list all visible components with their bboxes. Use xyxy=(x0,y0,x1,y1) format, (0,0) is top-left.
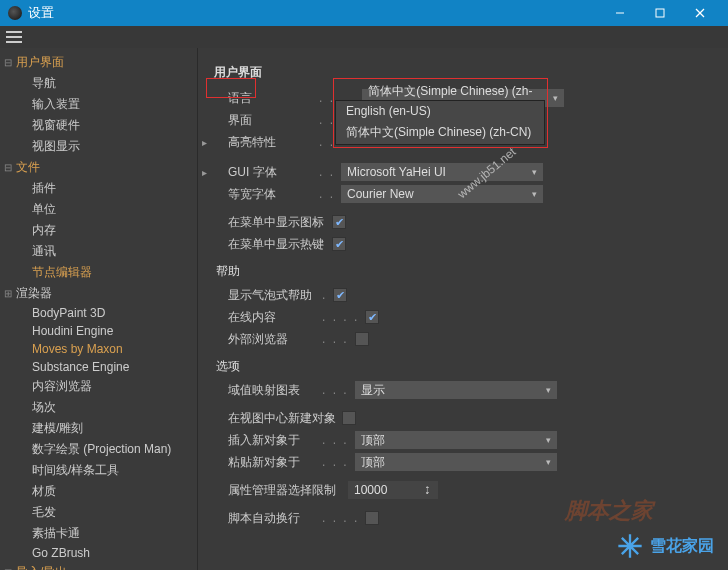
row-new-in-view: 在视图中心新建对象 xyxy=(214,407,712,429)
sidebar-item[interactable]: 导航 xyxy=(0,73,197,94)
chevron-down-icon: ▾ xyxy=(532,189,537,199)
label-new-in-view: 在视图中心新建对象 xyxy=(214,410,342,427)
label-show-icons: 在菜单中显示图标 xyxy=(214,214,332,231)
svg-rect-1 xyxy=(656,9,664,17)
sidebar-item[interactable]: ⊞渲染器 xyxy=(0,283,197,304)
label-bubble: 显示气泡式帮助 xyxy=(214,287,322,304)
label-attr-limit: 属性管理器选择限制 xyxy=(214,482,348,499)
close-button[interactable] xyxy=(680,0,720,26)
dropdown-gui-font[interactable]: Microsoft YaHei UI ▾ xyxy=(341,163,543,181)
label-show-hotkeys: 在菜单中显示热键 xyxy=(214,236,332,253)
row-online: 在线内容 . . . . ✔ xyxy=(214,306,712,328)
sidebar-item[interactable]: 视图显示 xyxy=(0,136,197,157)
sidebar-item[interactable]: 材质 xyxy=(0,481,197,502)
checkbox-online[interactable]: ✔ xyxy=(365,310,379,324)
dropdown-paste-at[interactable]: 顶部 ▾ xyxy=(355,453,557,471)
label-script-wrap: 脚本自动换行 xyxy=(214,510,322,527)
dropdown-mono-font[interactable]: Courier New ▾ xyxy=(341,185,543,203)
sidebar-item[interactable]: Go ZBrush xyxy=(0,544,197,562)
label-gui-font: ▸ GUI 字体 xyxy=(214,164,319,181)
row-paste-at: 粘贴新对象于 . . . 顶部 ▾ xyxy=(214,451,712,473)
dropdown-option[interactable]: English (en-US) xyxy=(336,101,544,121)
main-area: ⊟用户界面导航输入装置视窗硬件视图显示⊟文件插件单位内存通讯节点编辑器⊞渲染器B… xyxy=(0,48,728,570)
dropdown-mono-font-value: Courier New xyxy=(347,187,414,201)
label-online: 在线内容 xyxy=(214,309,322,326)
sidebar-item[interactable]: BodyPaint 3D xyxy=(0,304,197,322)
sidebar-item[interactable]: Moves by Maxon xyxy=(0,340,197,358)
sidebar-item[interactable]: 场次 xyxy=(0,397,197,418)
label-insert-at: 插入新对象于 xyxy=(214,432,322,449)
maximize-button[interactable] xyxy=(640,0,680,26)
chevron-down-icon: ▾ xyxy=(532,167,537,177)
row-show-hotkeys: 在菜单中显示热键 ✔ xyxy=(214,233,712,255)
dropdown-gui-font-value: Microsoft YaHei UI xyxy=(347,165,446,179)
sidebar-item[interactable]: 输入装置 xyxy=(0,94,197,115)
app-icon xyxy=(8,6,22,20)
dots: . . xyxy=(319,135,335,149)
sidebar-item[interactable]: 视窗硬件 xyxy=(0,115,197,136)
chevron-right-icon[interactable]: ▸ xyxy=(202,167,207,178)
row-script-wrap: 脚本自动换行 . . . . xyxy=(214,507,712,529)
window-title: 设置 xyxy=(28,4,600,22)
row-show-icons: 在菜单中显示图标 ✔ xyxy=(214,211,712,233)
sidebar-item[interactable]: 插件 xyxy=(0,178,197,199)
sidebar-item[interactable]: 通讯 xyxy=(0,241,197,262)
sidebar-item[interactable]: Substance Engine xyxy=(0,358,197,376)
label-gamut: 域值映射图表 xyxy=(214,382,322,399)
sidebar-item[interactable]: ⊟文件 xyxy=(0,157,197,178)
label-mono-font: 等宽字体 xyxy=(214,186,319,203)
sidebar-item[interactable]: 节点编辑器 xyxy=(0,262,197,283)
row-bubble: 显示气泡式帮助 . ✔ xyxy=(214,284,712,306)
checkbox-external[interactable] xyxy=(355,332,369,346)
menubar xyxy=(0,26,728,48)
dropdown-insert-at[interactable]: 顶部 ▾ xyxy=(355,431,557,449)
sidebar-item[interactable]: 建模/雕刻 xyxy=(0,418,197,439)
checkbox-script-wrap[interactable] xyxy=(365,511,379,525)
sidebar-item[interactable]: 单位 xyxy=(0,199,197,220)
chevron-down-icon: ▾ xyxy=(553,93,558,103)
sidebar-item[interactable]: 素描卡通 xyxy=(0,523,197,544)
sidebar-item[interactable]: 内存 xyxy=(0,220,197,241)
chevron-down-icon: ▾ xyxy=(546,435,551,445)
checkbox-show-hotkeys[interactable]: ✔ xyxy=(332,237,346,251)
stepper-icon: ⭥ xyxy=(423,485,432,495)
row-gamut: 域值映射图表 . . . 显示 ▾ xyxy=(214,379,712,401)
chevron-down-icon: ▾ xyxy=(546,385,551,395)
checkbox-new-in-view[interactable] xyxy=(342,411,356,425)
dropdown-option[interactable]: 简体中文(Simple Chinese) (zh-CN) xyxy=(336,121,544,144)
section-options-title: 选项 xyxy=(216,358,712,375)
chevron-right-icon[interactable]: ▸ xyxy=(202,137,207,148)
sidebar-item[interactable]: ⊞导入/导出 xyxy=(0,562,197,570)
row-mono-font: 等宽字体 . . Courier New ▾ xyxy=(214,183,712,205)
dots: . . xyxy=(319,187,335,201)
minimize-button[interactable] xyxy=(600,0,640,26)
sidebar-item[interactable]: 内容浏览器 xyxy=(0,376,197,397)
section-ui-title: 用户界面 xyxy=(214,64,712,81)
label-paste-at: 粘贴新对象于 xyxy=(214,454,322,471)
window-controls xyxy=(600,0,720,26)
row-insert-at: 插入新对象于 . . . 顶部 ▾ xyxy=(214,429,712,451)
label-interface: 界面 xyxy=(214,112,319,129)
checkbox-show-icons[interactable]: ✔ xyxy=(332,215,346,229)
label-external: 外部浏览器 xyxy=(214,331,322,348)
dots: . . xyxy=(319,165,335,179)
checkbox-bubble[interactable]: ✔ xyxy=(333,288,347,302)
row-gui-font: ▸ GUI 字体 . . Microsoft YaHei UI ▾ xyxy=(214,161,712,183)
label-language: 语言 xyxy=(214,90,319,107)
label-highlight: ▸ 高亮特性 xyxy=(214,134,319,151)
sidebar-item[interactable]: 数字绘景 (Projection Man) xyxy=(0,439,197,460)
dropdown-language-list[interactable]: English (en-US) 简体中文(Simple Chinese) (zh… xyxy=(335,100,545,145)
sidebar-item[interactable]: 时间线/样条工具 xyxy=(0,460,197,481)
hamburger-icon[interactable] xyxy=(6,31,22,43)
chevron-down-icon: ▾ xyxy=(546,457,551,467)
sidebar-item[interactable]: Houdini Engine xyxy=(0,322,197,340)
sidebar-item[interactable]: 毛发 xyxy=(0,502,197,523)
input-attr-limit[interactable]: 10000 ⭥ xyxy=(348,481,438,499)
sidebar-item[interactable]: ⊟用户界面 xyxy=(0,52,197,73)
dropdown-gamut[interactable]: 显示 ▾ xyxy=(355,381,557,399)
sidebar[interactable]: ⊟用户界面导航输入装置视窗硬件视图显示⊟文件插件单位内存通讯节点编辑器⊞渲染器B… xyxy=(0,48,198,570)
row-attr-limit: 属性管理器选择限制 10000 ⭥ xyxy=(214,479,712,501)
titlebar: 设置 xyxy=(0,0,728,26)
section-help-title: 帮助 xyxy=(216,263,712,280)
content-panel: 用户界面 语言 . . . . 简体中文(Simple Chinese) (zh… xyxy=(198,48,728,570)
